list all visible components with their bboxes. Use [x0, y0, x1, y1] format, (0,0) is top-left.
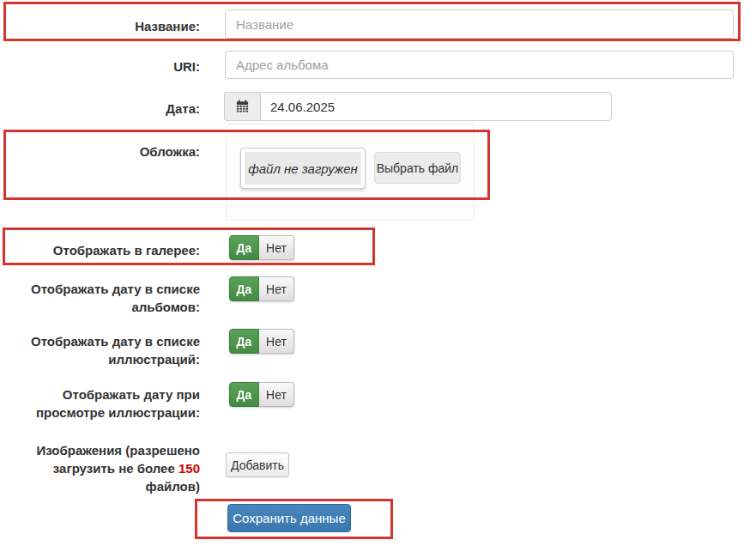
show-in-gallery-yes-button[interactable]: Да — [229, 235, 259, 260]
cover-label: Обложка: — [0, 143, 200, 161]
show-date-illustration-list-label: Отображать дату в списке иллюстраций: — [0, 332, 200, 368]
date-input-group — [224, 92, 612, 121]
images-limit-value: 150 — [178, 461, 200, 476]
images-label-prefix: Изображения (разрешено загрузить не боле… — [37, 443, 201, 476]
cover-file-status-text: файл не загружен — [245, 152, 361, 185]
date-label: Дата: — [0, 100, 200, 118]
show-date-illustration-view-toggle: Да Нет — [229, 382, 294, 407]
show-in-gallery-toggle: Да Нет — [229, 235, 294, 260]
images-label: Изображения (разрешено загрузить не боле… — [0, 441, 200, 495]
show-date-illustration-view-label: Отображать дату при просмотре иллюстраци… — [0, 385, 200, 422]
cover-file-status-box: файл не загружен — [240, 148, 366, 189]
uri-label: URI: — [0, 58, 200, 76]
show-in-gallery-label: Отображать в галерее: — [0, 241, 200, 259]
show-date-illustration-list-yes-button[interactable]: Да — [229, 329, 259, 354]
add-images-button[interactable]: Добавить — [226, 452, 289, 477]
show-date-album-list-yes-button[interactable]: Да — [229, 276, 259, 301]
show-date-illustration-view-yes-button[interactable]: Да — [229, 382, 259, 407]
show-date-illustration-list-no-button[interactable]: Нет — [259, 329, 294, 354]
show-in-gallery-no-button[interactable]: Нет — [259, 235, 294, 260]
show-date-album-list-no-button[interactable]: Нет — [259, 276, 294, 301]
choose-file-button[interactable]: Выбрать файл — [374, 152, 461, 184]
name-input[interactable] — [225, 9, 734, 39]
images-label-suffix: файлов) — [146, 479, 200, 494]
name-label: Название: — [0, 17, 200, 35]
datepicker-addon[interactable] — [224, 92, 260, 121]
show-date-album-list-label: Отображать дату в списке альбомов: — [0, 280, 200, 316]
uri-input[interactable] — [225, 51, 734, 79]
show-date-album-list-toggle: Да Нет — [229, 276, 294, 301]
save-button[interactable]: Сохранить данные — [227, 504, 351, 532]
show-date-illustration-view-no-button[interactable]: Нет — [259, 382, 294, 407]
show-date-illustration-list-toggle: Да Нет — [229, 329, 294, 354]
date-input[interactable] — [260, 92, 612, 121]
calendar-icon — [236, 100, 249, 113]
